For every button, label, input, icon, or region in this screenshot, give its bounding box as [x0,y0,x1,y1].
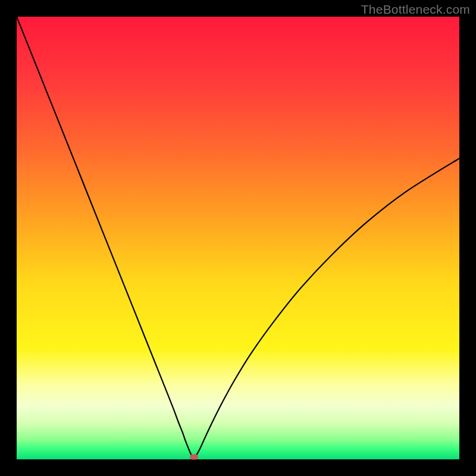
watermark-text: TheBottleneck.com [361,2,470,17]
chart-frame [17,17,459,459]
gradient-background [17,17,459,459]
bottleneck-chart [17,17,459,459]
optimal-marker [190,454,198,459]
